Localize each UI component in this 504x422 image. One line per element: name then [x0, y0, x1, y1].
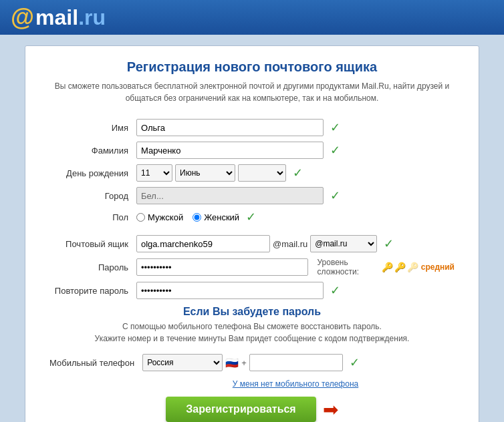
no-phone-link[interactable]: У меня нет мобильного телефона [132, 379, 459, 389]
password-input[interactable] [136, 258, 308, 276]
phone-prefix: + [241, 358, 247, 368]
logo-ru: .ru [78, 5, 106, 30]
register-area: Зарегистрироваться ➡ [45, 397, 459, 422]
dob-month-select[interactable]: Июнь [175, 164, 235, 182]
page-title: Регистрация нового почтового ящика [45, 59, 459, 75]
password-strength: Уровень сложности: 🔑 🔑 🔑 средний [318, 258, 455, 276]
phone-country-select[interactable]: Россия [142, 354, 223, 371]
first-name-check: ✓ [330, 120, 340, 135]
phone-input[interactable] [249, 354, 343, 371]
gender-female-label[interactable]: Женский [193, 212, 239, 222]
key-icon-3: 🔑 [407, 262, 418, 272]
first-name-label: Имя [45, 116, 132, 139]
email-at-sign: @mail.ru [273, 239, 307, 249]
dob-check: ✓ [293, 166, 303, 180]
logo-mail: mail [35, 5, 78, 30]
gender-female-text: Женский [204, 212, 239, 222]
last-name-label: Фамилия [45, 139, 132, 162]
last-name-check: ✓ [330, 143, 340, 158]
header: @mail.ru [0, 0, 504, 35]
arrow-icon: ➡ [323, 399, 338, 421]
register-button[interactable]: Зарегистрироваться [166, 397, 316, 422]
flag-icon: 🇷🇺 [225, 357, 239, 369]
logo: @mail.ru [11, 3, 106, 31]
confirm-label: Повторите пароль [45, 279, 132, 302]
logo-at: @ [11, 3, 34, 31]
email-input[interactable] [136, 235, 270, 252]
gender-male-radio[interactable] [136, 213, 145, 222]
gender-check: ✓ [246, 210, 256, 224]
gender-male-label[interactable]: Мужской [136, 212, 183, 222]
phone-check: ✓ [350, 355, 360, 370]
dob-label: День рождения [45, 162, 132, 184]
page-subtitle: Вы сможете пользоваться бесплатной элект… [45, 80, 459, 104]
gender-male-text: Мужской [148, 212, 183, 222]
phone-label: Мобильный телефон [45, 351, 138, 374]
confirm-check: ✓ [330, 283, 340, 298]
first-name-input[interactable] [136, 119, 324, 136]
gender-label: Пол [45, 207, 132, 227]
city-input[interactable] [136, 187, 324, 204]
dob-day-select[interactable]: 11 [136, 164, 172, 182]
key-icon-1: 🔑 [382, 262, 393, 272]
recovery-section-subtitle: С помощью мобильного телефона Вы сможете… [45, 321, 459, 345]
dob-year-select[interactable] [238, 164, 286, 182]
strength-value: средний [421, 262, 455, 272]
recovery-section-title: Если Вы забудете пароль [45, 306, 459, 318]
main-content: Регистрация нового почтового ящика Вы см… [25, 45, 479, 422]
last-name-input[interactable] [136, 142, 324, 159]
password-label: Пароль [45, 255, 132, 279]
key-icons: 🔑 🔑 🔑 [382, 262, 418, 272]
key-icon-2: 🔑 [394, 262, 406, 272]
city-check: ✓ [330, 188, 340, 203]
email-domain-select[interactable]: @mail.ru [310, 235, 377, 252]
strength-text: Уровень сложности: [318, 258, 379, 276]
confirm-input[interactable] [136, 282, 324, 299]
gender-female-radio[interactable] [193, 213, 201, 222]
email-label: Почтовый ящик [45, 232, 132, 255]
email-check: ✓ [384, 236, 394, 251]
city-label: Город [45, 184, 132, 207]
